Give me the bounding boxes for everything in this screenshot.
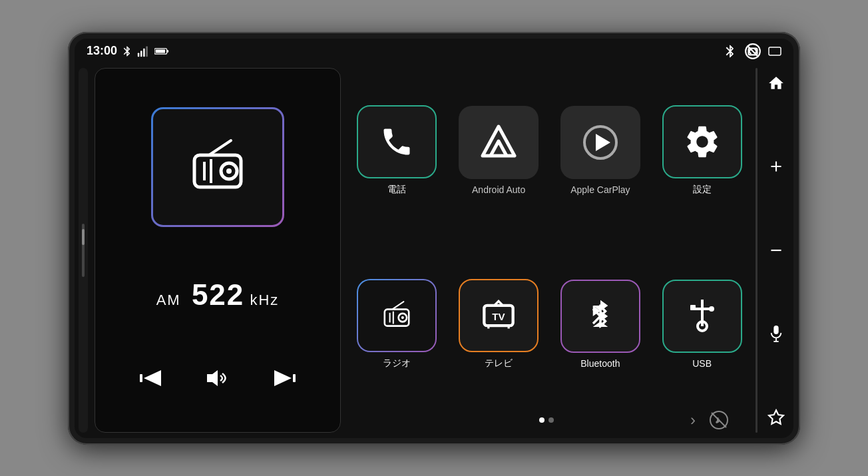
radio-icon-box — [151, 107, 284, 227]
tv-label: テレビ — [485, 357, 513, 369]
usb-label: USB — [692, 358, 712, 369]
svg-rect-24 — [385, 310, 409, 326]
tv-icon-box: TV — [459, 279, 539, 352]
radio-panel[interactable]: AM 522 kHz — [95, 68, 341, 433]
svg-rect-6 — [156, 49, 165, 53]
bluetooth-icon-box — [560, 280, 640, 353]
svg-rect-34 — [690, 305, 696, 310]
left-scrollbar — [79, 68, 88, 433]
minus-button[interactable] — [763, 238, 789, 263]
usb-icon-box — [662, 280, 742, 353]
svg-rect-41 — [773, 326, 778, 334]
main-content: AM 522 kHz — [75, 63, 793, 438]
grid-footer: › ♪ — [350, 407, 749, 433]
radio-app-icon-box — [357, 279, 437, 352]
settings-label: 設定 — [693, 184, 712, 196]
app-item-radio[interactable]: ラジオ — [350, 242, 444, 407]
status-bar: 13:00 — [75, 39, 793, 63]
svg-marker-23 — [596, 134, 610, 151]
svg-rect-2 — [143, 48, 145, 57]
star-button[interactable] — [763, 405, 789, 430]
svg-point-14 — [226, 168, 232, 174]
settings-icon-box — [662, 105, 742, 178]
svg-marker-20 — [274, 370, 292, 386]
plus-button[interactable] — [763, 154, 789, 179]
signal-icon — [137, 45, 150, 57]
svg-rect-9 — [769, 47, 781, 55]
status-right — [723, 43, 781, 60]
carplay-icon-box — [560, 106, 640, 179]
radio-controls — [106, 363, 329, 393]
status-time: 13:00 — [87, 44, 117, 58]
app-grid: 電話 Android Auto — [350, 68, 749, 407]
screen: 13:00 — [75, 39, 793, 438]
radio-icon-svg — [181, 134, 254, 200]
battery-icon — [154, 47, 169, 56]
svg-rect-1 — [140, 51, 142, 57]
carplay-label: Apple CarPlay — [570, 184, 630, 195]
app-item-carplay[interactable]: Apple CarPlay — [554, 68, 648, 234]
home-button[interactable] — [763, 71, 789, 96]
svg-rect-16 — [140, 374, 142, 382]
app-item-settings[interactable]: 設定 — [655, 68, 749, 234]
no-music-icon: ♪ — [709, 410, 729, 430]
bluetooth-top-right-icon — [723, 44, 738, 59]
right-sidebar — [759, 63, 793, 438]
svg-line-29 — [393, 302, 404, 309]
svg-rect-5 — [167, 50, 169, 52]
svg-rect-3 — [146, 46, 148, 57]
android-icon-box — [459, 106, 539, 179]
svg-text:♪: ♪ — [716, 415, 720, 425]
radio-frequency: AM 522 kHz — [156, 278, 280, 312]
app-item-bluetooth[interactable]: Bluetooth — [554, 242, 648, 407]
svg-text:TV: TV — [492, 311, 505, 322]
app-item-android-auto[interactable]: Android Auto — [452, 68, 546, 234]
page-dot-1[interactable] — [539, 417, 544, 423]
svg-marker-17 — [144, 370, 161, 386]
svg-line-15 — [209, 140, 231, 155]
status-left: 13:00 — [87, 44, 169, 58]
svg-point-28 — [401, 316, 404, 319]
svg-marker-44 — [769, 410, 783, 424]
corner-indicator — [768, 47, 781, 56]
volume-button[interactable] — [200, 363, 235, 393]
divider — [756, 68, 758, 433]
page-dot-2[interactable] — [548, 417, 554, 423]
radio-label: ラジオ — [383, 357, 411, 369]
svg-rect-19 — [293, 374, 296, 382]
svg-point-35 — [709, 306, 714, 312]
no-camera-icon — [744, 43, 761, 60]
phone-icon-box — [357, 105, 437, 178]
app-grid-area: 電話 Android Auto — [347, 63, 754, 438]
page-dots — [539, 417, 554, 423]
svg-rect-10 — [194, 155, 241, 187]
device-frame: 13:00 — [68, 32, 800, 445]
next-button[interactable] — [266, 363, 301, 393]
svg-rect-0 — [138, 53, 140, 57]
prev-button[interactable] — [134, 363, 169, 393]
mic-button[interactable] — [765, 321, 787, 346]
bluetooth-label: Bluetooth — [580, 358, 620, 369]
bluetooth-status-icon — [121, 45, 133, 57]
svg-marker-18 — [207, 370, 218, 386]
phone-label: 電話 — [387, 184, 406, 196]
app-item-usb[interactable]: USB — [655, 242, 749, 407]
app-item-phone[interactable]: 電話 — [350, 68, 444, 234]
next-page-arrow[interactable]: › — [690, 411, 696, 429]
android-label: Android Auto — [472, 184, 525, 195]
app-item-tv[interactable]: TV テレビ — [452, 242, 546, 407]
